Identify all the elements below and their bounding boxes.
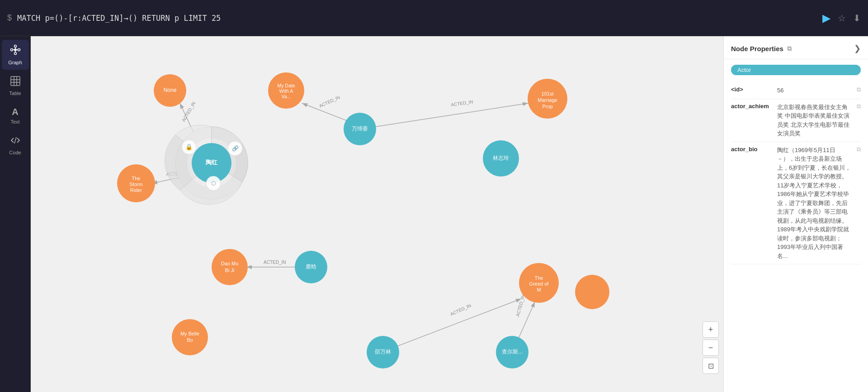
panel-header: Node Properties ⧉ ❯ (724, 36, 868, 59)
download-button[interactable]: ⬇ (853, 13, 861, 24)
prop-key-id: <id> (731, 86, 772, 95)
sidebar-item-graph[interactable]: Graph (2, 40, 29, 70)
prompt-symbol: $ (7, 13, 12, 23)
prop-copy-id[interactable]: ⧉ (857, 86, 861, 95)
svg-rect-9 (11, 76, 20, 86)
svg-point-4 (14, 53, 16, 55)
node-partial[interactable] (575, 275, 609, 309)
edge-label: ACTED_IN (264, 260, 286, 265)
share-icon: 🔗 (232, 145, 239, 152)
sidebar-item-code[interactable]: Code (2, 131, 29, 160)
svg-line-14 (14, 137, 16, 143)
sidebar-code-label: Code (9, 150, 21, 155)
svg-text:The: The (535, 275, 543, 281)
svg-text:101st: 101st (542, 91, 554, 96)
node-bu-label: 邵万林 (375, 349, 391, 355)
table-icon (10, 76, 20, 89)
prop-key-bio: actor_bio (731, 146, 772, 261)
node-cha-label: 查尔斯... (502, 349, 523, 355)
prop-copy-achiem[interactable]: ⧉ (857, 103, 861, 138)
favorite-button[interactable]: ☆ (838, 13, 846, 24)
zoom-out-button[interactable]: − (703, 339, 719, 356)
panel-expand-button[interactable]: ❯ (854, 43, 861, 53)
text-icon: A (12, 107, 18, 117)
svg-point-3 (14, 45, 16, 48)
svg-text:The: The (132, 176, 141, 181)
zoom-controls: + − ⊡ (703, 321, 719, 374)
node-lu-label: 鹿晗 (306, 263, 316, 270)
prop-value-bio: 陶红（1969年5月11日－），出生于忠县新立场上，6岁到宁夏，长在银川，其父亲… (777, 146, 851, 261)
graph-svg: ACTED_IN ACTED_IN ACTED_IN ACTED_IN ACTE… (31, 36, 723, 392)
svg-text:My Belle: My Belle (180, 331, 199, 336)
sidebar: Graph Table A Text Code (0, 36, 31, 392)
svg-text:Bi Ji: Bi Ji (225, 268, 235, 273)
graph-canvas[interactable]: ACTED_IN ACTED_IN ACTED_IN ACTED_IN ACTE… (31, 36, 723, 392)
lock-icon: 🔒 (185, 143, 193, 151)
node-none-label: None (164, 87, 177, 93)
prop-value-achiem: 北京影视春燕奖最佳女主角奖 中国电影华表奖最佳女演员奖 北京大学生电影节最佳女演… (777, 103, 851, 138)
svg-text:Prop: Prop (542, 104, 552, 109)
graph-icon (10, 44, 21, 58)
node-mydate-label: My Date (277, 83, 295, 88)
query-bar: $ MATCH p=()-[r:ACTED_IN]→() RETURN p LI… (0, 0, 868, 36)
panel-title: Node Properties ⧉ (731, 45, 792, 53)
property-row-achiem: actor_achiem 北京影视春燕奖最佳女主角奖 中国电影华表奖最佳女演员奖… (731, 99, 861, 142)
svg-point-1 (10, 49, 13, 51)
svg-point-0 (14, 48, 17, 51)
property-row-bio: actor_bio 陶红（1969年5月11日－），出生于忠县新立场上，6岁到宁… (731, 142, 861, 265)
svg-text:Bo: Bo (187, 337, 193, 343)
node-tao-hong-label: 陶红 (206, 159, 218, 166)
node-properties-panel: Node Properties ⧉ ❯ Actor <id> 56 ⧉ acto… (723, 36, 868, 392)
svg-point-2 (18, 49, 20, 51)
prop-key-achiem: actor_achiem (731, 103, 772, 138)
svg-text:Va...: Va... (282, 94, 291, 99)
sidebar-text-label: Text (10, 119, 19, 124)
sidebar-graph-label: Graph (8, 60, 22, 65)
prop-value-id: 56 (777, 86, 851, 95)
svg-text:Marriage: Marriage (538, 97, 557, 103)
sidebar-item-table[interactable]: Table (2, 72, 29, 100)
panel-copy-icon[interactable]: ⧉ (787, 45, 792, 53)
sidebar-item-text[interactable]: A Text (2, 102, 29, 129)
svg-text:M: M (537, 287, 541, 292)
zoom-in-button[interactable]: + (703, 321, 719, 338)
svg-text:With A: With A (279, 88, 293, 94)
svg-text:Storm: Storm (129, 182, 142, 187)
node-wan-label: 万缔蒌 (352, 125, 368, 132)
node-lin-label: 林志玲 (492, 155, 509, 161)
svg-text:Rider: Rider (130, 187, 142, 193)
sidebar-table-label: Table (9, 91, 21, 96)
properties-list: <id> 56 ⧉ actor_achiem 北京影视春燕奖最佳女主角奖 中国电… (724, 79, 868, 392)
fit-button[interactable]: ⊡ (703, 358, 719, 374)
actor-badge[interactable]: Actor (731, 65, 861, 75)
network-icon: ⬡ (211, 180, 216, 186)
prop-copy-bio[interactable]: ⧉ (857, 146, 861, 261)
svg-text:Greed of: Greed of (529, 281, 549, 287)
svg-text:Dao Mu: Dao Mu (221, 261, 239, 266)
code-icon (10, 135, 20, 148)
panel-title-text: Node Properties (731, 45, 783, 53)
property-row-id: <id> 56 ⧉ (731, 82, 861, 99)
query-input[interactable]: MATCH p=()-[r:ACTED_IN]→() RETURN p LIMI… (17, 14, 822, 23)
run-query-button[interactable]: ▶ (822, 12, 830, 24)
